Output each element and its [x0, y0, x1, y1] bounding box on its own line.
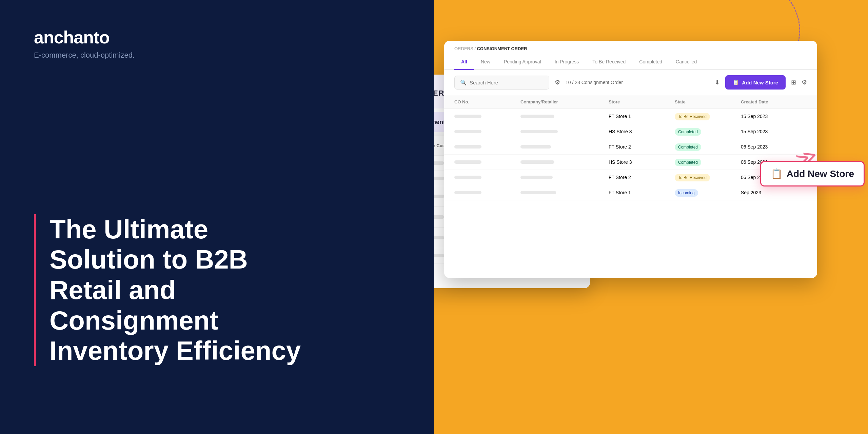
row-company: [520, 114, 609, 119]
row-store: HS Store 3: [609, 129, 675, 134]
settings-icon[interactable]: ⚙: [802, 79, 807, 86]
row-co: [454, 129, 520, 134]
row-company: [520, 175, 609, 180]
add-icon: 📋: [733, 79, 739, 85]
tab-to-receive[interactable]: To Be Received: [586, 54, 632, 70]
consignment-panel: ORDERS / CONSIGNMENT ORDER All New Pendi…: [444, 41, 817, 278]
add-new-label: Add New Store: [742, 80, 778, 85]
tab-in-progress[interactable]: In Progress: [548, 54, 586, 70]
row-company: [520, 144, 609, 150]
col-store: Store: [609, 99, 675, 104]
row-co: [454, 175, 520, 180]
cp-table-header: CO No. Company/Retailer Store State Crea…: [444, 95, 817, 109]
table-row: HS Store 3 Completed 15 Sep 2023: [444, 124, 817, 139]
columns-icon[interactable]: ⊞: [791, 79, 796, 86]
row-date: Sep 2023: [741, 190, 807, 195]
cp-toolbar: 🔍 ⚙ 10 / 28 Consignment Order ⬇ 📋 Add Ne…: [444, 70, 817, 95]
col-company: Company/Retailer: [520, 99, 609, 104]
row-store: FT Store 2: [609, 175, 675, 180]
row-co: [454, 190, 520, 195]
row-date: 15 Sep 2023: [741, 129, 807, 134]
row-company: [520, 129, 609, 134]
row-store: HS Store 3: [609, 159, 675, 165]
row-store: FT Store 2: [609, 144, 675, 150]
add-new-highlight-label: Add New Store: [787, 169, 854, 179]
tab-pending[interactable]: Pending Approval: [497, 54, 548, 70]
tab-all[interactable]: All: [454, 54, 474, 70]
right-panel: ⊞ ◈ ⬡ 👤 ⚙ ORDERS 🔄 Consignment Orders 27…: [434, 0, 868, 434]
row-state: Completed: [675, 144, 741, 150]
cp-tabs: All New Pending Approval In Progress To …: [444, 54, 817, 70]
row-state: To Be Received: [675, 114, 741, 119]
search-box[interactable]: 🔍: [454, 76, 549, 90]
row-co: [454, 114, 520, 119]
table-row: FT Store 1 Incoming Sep 2023: [444, 185, 817, 200]
col-co-no: CO No.: [454, 99, 520, 104]
row-co: [454, 144, 520, 150]
add-new-store-button[interactable]: 📋 Add New Store: [725, 75, 786, 90]
row-state: To Be Received: [675, 175, 741, 180]
row-state: Incoming: [675, 190, 741, 195]
tab-new[interactable]: New: [474, 54, 497, 70]
tab-completed[interactable]: Completed: [632, 54, 669, 70]
row-company: [520, 190, 609, 195]
row-store: FT Store 1: [609, 190, 675, 195]
add-new-highlight-icon: 📋: [771, 168, 783, 179]
col-date: Created Date: [741, 99, 807, 104]
table-row: FT Store 2 Completed 06 Sep 2023: [444, 139, 817, 155]
logo-area: anchanto E-commerce, cloud-optimized.: [34, 27, 400, 60]
search-icon: 🔍: [460, 79, 467, 86]
ui-container: ⊞ ◈ ⬡ 👤 ⚙ ORDERS 🔄 Consignment Orders 27…: [434, 34, 868, 407]
breadcrumb: ORDERS / CONSIGNMENT ORDER: [444, 41, 817, 54]
hero-content: The Ultimate Solution to B2B Retail and …: [34, 214, 400, 366]
row-state: Completed: [675, 129, 741, 134]
brand-name: anchanto: [34, 27, 400, 47]
row-date: 15 Sep 2023: [741, 114, 807, 119]
hero-title: The Ultimate Solution to B2B Retail and …: [50, 214, 321, 366]
brand-tagline: E-commerce, cloud-optimized.: [34, 51, 400, 60]
col-state: State: [675, 99, 741, 104]
search-input[interactable]: [470, 80, 544, 85]
add-new-store-highlight[interactable]: 📋 Add New Store: [760, 161, 865, 186]
left-panel: anchanto E-commerce, cloud-optimized. Th…: [0, 0, 434, 434]
breadcrumb-orders: ORDERS: [454, 46, 473, 51]
row-company: [520, 159, 609, 165]
row-store: FT Store 1: [609, 114, 675, 119]
table-row: FT Store 1 To Be Received 15 Sep 2023: [444, 109, 817, 124]
row-co: [454, 159, 520, 165]
count-text: 10 / 28 Consignment Order: [566, 80, 709, 85]
export-icon[interactable]: ⬇: [715, 79, 720, 86]
tab-cancelled[interactable]: Cancelled: [669, 54, 704, 70]
breadcrumb-current: CONSIGNMENT ORDER: [477, 46, 527, 51]
filter-icon[interactable]: ⚙: [555, 79, 560, 86]
row-state: Completed: [675, 159, 741, 165]
